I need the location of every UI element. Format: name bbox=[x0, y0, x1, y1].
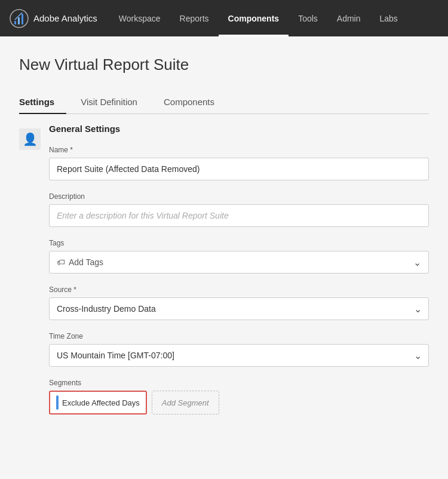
tags-dropdown[interactable]: 🏷 Add Tags ⌄ bbox=[49, 251, 429, 274]
timezone-select[interactable]: US Mountain Time [GMT-07:00] bbox=[49, 344, 429, 367]
form-area: 👤 General Settings Name * Description Ta… bbox=[19, 114, 429, 414]
tags-field-group: Tags 🏷 Add Tags ⌄ bbox=[49, 239, 429, 274]
segments-section: Segments Exclude Affected Days Add Segme… bbox=[49, 379, 429, 414]
page-content: New Virtual Report Suite Settings Visit … bbox=[0, 36, 448, 479]
person-icon: 👤 bbox=[23, 132, 38, 146]
tags-placeholder-text: Add Tags bbox=[69, 257, 103, 267]
tab-visit-definition[interactable]: Visit Definition bbox=[81, 91, 149, 114]
tags-label-text: 🏷 Add Tags bbox=[57, 257, 103, 267]
brand[interactable]: Adobe Analytics bbox=[10, 9, 97, 28]
tag-icon: 🏷 bbox=[57, 257, 65, 267]
tabs: Settings Visit Definition Components bbox=[19, 91, 429, 114]
sidebar-icon-area: 👤 bbox=[19, 114, 49, 414]
name-label: Name * bbox=[49, 146, 429, 154]
nav-item-labs[interactable]: Labs bbox=[370, 0, 407, 36]
svg-rect-1 bbox=[14, 21, 16, 24]
timezone-select-wrapper: US Mountain Time [GMT-07:00] ⌄ bbox=[49, 344, 429, 367]
nav-item-tools[interactable]: Tools bbox=[289, 0, 327, 36]
segments-label: Segments bbox=[49, 379, 429, 387]
page-title: New Virtual Report Suite bbox=[19, 56, 429, 74]
name-field-group: Name * bbox=[49, 146, 429, 180]
segments-row: Exclude Affected Days Add Segment bbox=[49, 391, 429, 414]
tab-components[interactable]: Components bbox=[164, 91, 226, 114]
source-select[interactable]: Cross-Industry Demo Data bbox=[49, 297, 429, 320]
description-input[interactable] bbox=[49, 204, 429, 227]
add-segment-button[interactable]: Add Segment bbox=[152, 391, 219, 414]
segment-tag-exclude-affected-days[interactable]: Exclude Affected Days bbox=[49, 391, 147, 414]
description-label: Description bbox=[49, 192, 429, 201]
nav-item-components[interactable]: Components bbox=[219, 0, 289, 36]
brand-label: Adobe Analytics bbox=[33, 13, 97, 23]
svg-rect-2 bbox=[18, 17, 20, 24]
source-field-group: Source * Cross-Industry Demo Data ⌄ bbox=[49, 285, 429, 320]
top-navigation: Adobe Analytics Workspace Reports Compon… bbox=[0, 0, 448, 36]
tab-settings[interactable]: Settings bbox=[19, 91, 66, 114]
nav-items: Workspace Reports Components Tools Admin… bbox=[109, 0, 438, 36]
description-field-group: Description bbox=[49, 192, 429, 227]
timezone-label: Time Zone bbox=[49, 332, 429, 340]
chevron-down-icon: ⌄ bbox=[413, 257, 421, 268]
tags-label: Tags bbox=[49, 239, 429, 247]
source-label: Source * bbox=[49, 285, 429, 294]
timezone-field-group: Time Zone US Mountain Time [GMT-07:00] ⌄ bbox=[49, 332, 429, 367]
section-title: General Settings bbox=[49, 124, 429, 134]
general-settings-section: General Settings Name * Description Tags… bbox=[49, 114, 429, 414]
nav-item-admin[interactable]: Admin bbox=[327, 0, 370, 36]
svg-rect-3 bbox=[22, 14, 23, 24]
nav-item-reports[interactable]: Reports bbox=[170, 0, 219, 36]
add-segment-label: Add Segment bbox=[162, 398, 209, 407]
source-select-wrapper: Cross-Industry Demo Data ⌄ bbox=[49, 297, 429, 320]
nav-item-workspace[interactable]: Workspace bbox=[109, 0, 170, 36]
name-input[interactable] bbox=[49, 158, 429, 180]
adobe-analytics-icon bbox=[10, 9, 29, 28]
user-icon-box: 👤 bbox=[19, 128, 41, 150]
segment-color-bar bbox=[56, 395, 59, 410]
segment-tag-label: Exclude Affected Days bbox=[62, 398, 140, 407]
